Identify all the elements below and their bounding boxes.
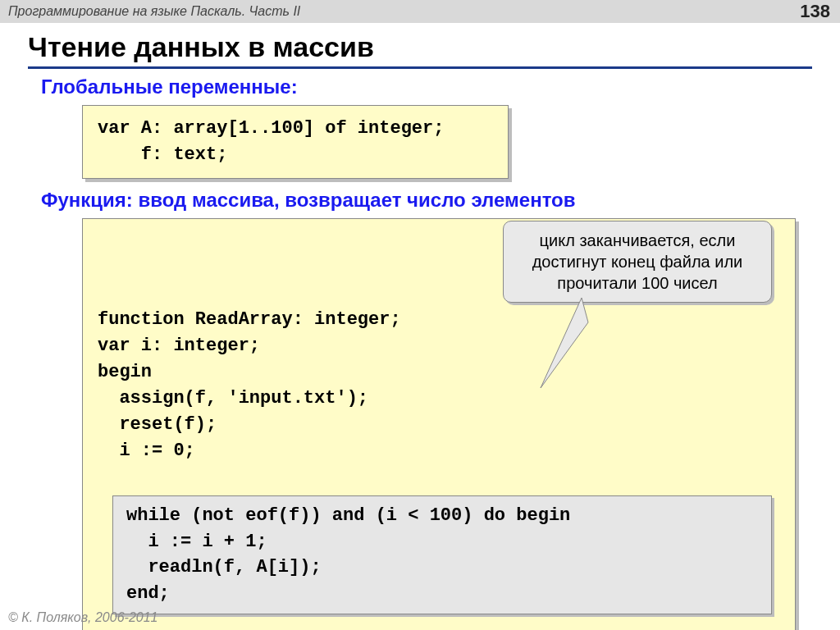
- title-underline: [28, 66, 812, 69]
- svg-marker-0: [541, 298, 588, 388]
- section-heading-function: Функция: ввод массива, возвращает число …: [41, 189, 840, 212]
- course-title: Программирование на языке Паскаль. Часть…: [8, 4, 300, 19]
- code-box-function: цикл заканчивается, если достигнут конец…: [82, 218, 796, 630]
- callout-bubble: цикл заканчивается, если достигнут конец…: [503, 221, 772, 303]
- code-inner-loop: while (not eof(f)) and (i < 100) do begi…: [112, 495, 772, 615]
- code-function-top: function ReadArray: integer; var i: inte…: [98, 309, 401, 460]
- slide-title: Чтение данных в массив: [28, 31, 840, 63]
- callout-tail-icon: [516, 298, 590, 396]
- section-heading-globals: Глобальные переменные:: [41, 75, 840, 98]
- header-bar: Программирование на языке Паскаль. Часть…: [0, 0, 840, 23]
- code-box-globals: var A: array[1..100] of integer; f: text…: [82, 105, 509, 179]
- footer-copyright: © К. Поляков, 2006-2011: [8, 610, 158, 625]
- page-number: 138: [800, 1, 830, 22]
